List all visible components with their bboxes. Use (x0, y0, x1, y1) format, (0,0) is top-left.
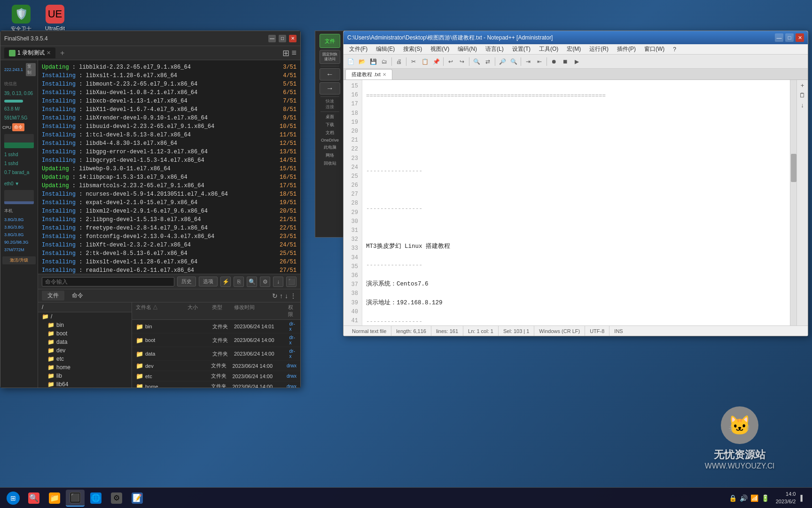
taskbar-item-search[interactable]: 🔍 (24, 490, 43, 507)
tree-item-data[interactable]: 📁 data (38, 338, 132, 346)
npp-minimize-button[interactable]: — (775, 33, 783, 42)
network-quick[interactable]: 网络 (326, 152, 334, 159)
cmd-button[interactable]: 命令 (12, 123, 24, 131)
terminal-tab-add[interactable]: + (57, 49, 67, 57)
tree-item-lib64[interactable]: 📁 lib64 (38, 380, 132, 388)
desktop-quick[interactable]: 桌面 (326, 114, 334, 120)
npp-tab-close[interactable]: ✕ (383, 72, 386, 77)
taskbar-item-terminal[interactable]: ⬛ (66, 490, 85, 507)
tray-icon-1[interactable]: 🔒 (729, 494, 737, 502)
down-button[interactable]: ↓ (273, 277, 283, 287)
npp-text-area[interactable]: ========================================… (362, 80, 790, 325)
taskbar-item-browser[interactable]: 🌐 (86, 490, 105, 507)
npp-print-btn[interactable]: 🖨 (394, 56, 404, 67)
menu-language[interactable]: 语言(L) (482, 44, 508, 54)
doc-quick[interactable]: 文档 (326, 130, 334, 136)
trash-quick[interactable]: 回收站 (324, 160, 336, 167)
npp-undo-btn[interactable]: ↩ (445, 56, 456, 67)
taskbar-item-settings[interactable]: ⚙ (107, 490, 126, 507)
download-quick[interactable]: 下载 (326, 122, 334, 128)
menu-tools[interactable]: 工具(O) (535, 44, 562, 54)
terminal-grid-view[interactable]: ⊞ (282, 48, 289, 58)
tree-item-boot[interactable]: 📁 boot (38, 329, 132, 338)
copy-icon-button[interactable]: ⎘ (234, 277, 244, 287)
copy-button[interactable]: 复制 (26, 63, 36, 76)
npp-maximize-button[interactable]: □ (785, 33, 794, 42)
tree-item-home[interactable]: 📁 home (38, 363, 132, 372)
npp-cut-btn[interactable]: ✂ (408, 56, 419, 67)
lightning-button[interactable]: ⚡ (220, 277, 231, 287)
terminal-close-button[interactable]: ✕ (289, 35, 297, 42)
tray-icon-battery[interactable]: 🔋 (761, 494, 769, 502)
menu-window[interactable]: 窗口(W) (640, 44, 668, 54)
npp-zoom-out-btn[interactable]: 🔍 (508, 56, 519, 67)
npp-right-icon-2[interactable]: 🗒 (799, 92, 805, 99)
menu-settings[interactable]: 设置(T) (508, 44, 534, 54)
command-input[interactable] (42, 277, 174, 286)
tree-item-bin[interactable]: 📁 bin (38, 321, 132, 329)
file-row-etc[interactable]: 📁etc 文件夹 2023/06/24 14:00 drwx (132, 371, 300, 381)
npp-find-btn[interactable]: 🔍 (471, 56, 482, 67)
npp-scrollbar[interactable] (790, 80, 796, 325)
npp-scroll-thumb[interactable] (791, 154, 796, 182)
files-btn[interactable]: 文件 (320, 34, 340, 48)
npp-new-btn[interactable]: 📄 (345, 56, 356, 67)
download-button[interactable]: ↓ (285, 292, 288, 300)
npp-zoom-in-btn[interactable]: 🔎 (497, 56, 508, 67)
npp-replace-btn[interactable]: ⇄ (483, 56, 493, 67)
npp-right-icon-1[interactable]: + (801, 82, 804, 89)
npp-copy-btn[interactable]: 📋 (420, 56, 430, 67)
desktop-icon-ultraedit[interactable]: UE UltraEdit (39, 5, 71, 31)
onedrive-quick[interactable]: OneDrive (321, 138, 339, 143)
npp-close-button[interactable]: ✕ (796, 33, 804, 42)
tray-icon-2[interactable]: 🔊 (740, 494, 748, 502)
npp-saveall-btn[interactable]: 🗂 (379, 56, 390, 67)
npp-save-btn[interactable]: 💾 (368, 56, 378, 67)
options-button[interactable]: 选项 (199, 277, 218, 286)
npp-paste-btn[interactable]: 📌 (431, 56, 441, 67)
quick-access-btn[interactable]: 固定到快速访问 (320, 50, 340, 64)
menu-view[interactable]: 视图(V) (427, 44, 453, 54)
refresh-button[interactable]: ↻ (272, 292, 278, 300)
tree-item-lib[interactable]: 📁 lib (38, 372, 132, 380)
npp-redo-btn[interactable]: ↪ (457, 56, 467, 67)
file-row-boot[interactable]: 📁boot 文件夹 2023/06/24 14:00 dr-x (132, 333, 300, 347)
menu-plugins[interactable]: 插件(P) (613, 44, 640, 54)
cmd-tab[interactable]: 命令 (66, 291, 89, 301)
taskbar-item-notepad[interactable]: 📝 (128, 490, 147, 507)
menu-encoding[interactable]: 编码(N) (454, 44, 481, 54)
menu-run[interactable]: 运行(R) (586, 44, 612, 54)
menu-search[interactable]: 搜索(S) (399, 44, 426, 54)
file-row-dev[interactable]: 📁dev 文件夹 2023/06/24 14:00 drwx (132, 361, 300, 371)
activate-upgrade[interactable]: 激活/升级 (2, 256, 36, 264)
npp-indent-btn[interactable]: ⇥ (523, 56, 533, 67)
taskbar-item-files[interactable]: 📁 (45, 490, 64, 507)
pc-quick[interactable]: 此电脑 (324, 144, 336, 151)
menu-macro[interactable]: 宏(M) (563, 44, 585, 54)
tray-icon-wifi[interactable]: 📶 (750, 494, 758, 502)
desktop-icon-security[interactable]: 🛡️ 安全卫士 (5, 5, 38, 32)
terminal-maximize-button[interactable]: □ (279, 35, 286, 42)
search-icon-button[interactable]: 🔍 (247, 277, 257, 287)
back-btn[interactable]: ← (320, 68, 340, 80)
tree-item-etc[interactable]: 📁 etc (38, 355, 132, 363)
file-row-bin[interactable]: 📁bin 文件夹 2023/06/24 14:01 dr-x (132, 320, 300, 333)
forward-btn[interactable]: → (320, 82, 340, 95)
file-row-data[interactable]: 📁data 文件夹 2023/06/24 14:00 dr-x (132, 347, 300, 361)
menu-file[interactable]: 文件(F) (345, 44, 371, 54)
terminal-tab-close[interactable]: ✕ (47, 50, 51, 56)
npp-macro-play-btn[interactable]: ▶ (571, 56, 582, 67)
npp-right-icon-3[interactable]: ↓ (801, 102, 804, 109)
menu-help[interactable]: ? (669, 45, 680, 54)
history-button[interactable]: 历史 (177, 277, 196, 286)
start-button[interactable]: ⊞ (4, 490, 23, 507)
npp-open-btn[interactable]: 📂 (357, 56, 367, 67)
npp-unindent-btn[interactable]: ⇤ (534, 56, 545, 67)
terminal-menu[interactable]: ≡ (291, 48, 297, 58)
more-button[interactable]: ⋮ (290, 292, 297, 300)
terminal-minimize-button[interactable]: — (268, 35, 276, 42)
npp-macro-stop-btn[interactable]: ⏹ (560, 56, 570, 67)
tree-item-dev[interactable]: 📁 dev (38, 346, 132, 355)
monitor-button[interactable]: ⬛ (286, 277, 297, 287)
files-tab[interactable]: 文件 (42, 291, 64, 301)
